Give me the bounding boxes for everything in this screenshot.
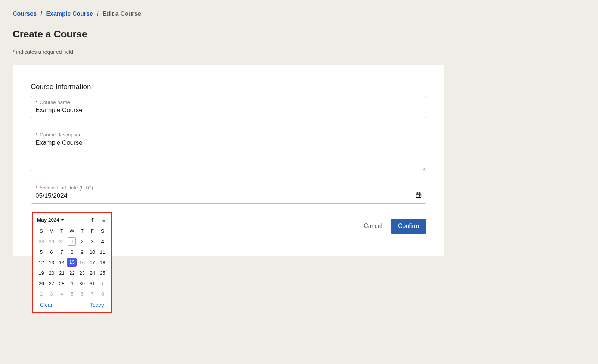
datepicker-day[interactable]: 12 — [36, 257, 46, 266]
datepicker-weekday-header: F — [87, 226, 97, 236]
access-end-date-input[interactable]: 05/15/2024 — [36, 191, 67, 200]
course-name-input[interactable] — [36, 105, 422, 114]
required-field-note: * indicates a required field — [13, 49, 585, 55]
datepicker-weekday-header: T — [57, 226, 67, 236]
textarea-resize-handle[interactable] — [422, 166, 425, 170]
datepicker-day[interactable]: 10 — [87, 247, 97, 257]
datepicker-day[interactable]: 8 — [67, 247, 77, 257]
datepicker-day[interactable]: 6 — [46, 247, 56, 257]
datepicker-day[interactable]: 5 — [36, 247, 46, 257]
access-end-date-label: * Access End Date (UTC) — [36, 185, 422, 191]
datepicker-day[interactable]: 14 — [57, 257, 67, 266]
datepicker-day[interactable]: 4 — [98, 236, 108, 247]
datepicker-day[interactable]: 16 — [77, 257, 87, 266]
course-name-label: * Course name — [36, 99, 422, 105]
access-end-date-field[interactable]: * Access End Date (UTC) 05/15/2024 — [31, 182, 426, 204]
datepicker-weekday-header: S — [98, 226, 108, 236]
datepicker-day[interactable]: 2 — [77, 236, 87, 247]
datepicker-month-selector[interactable]: May 2024 — [37, 217, 64, 223]
datepicker-month-label: May 2024 — [37, 217, 59, 223]
datepicker-next-month-button[interactable] — [101, 217, 107, 223]
datepicker-day[interactable]: 29 — [46, 236, 56, 247]
breadcrumb-separator: / — [97, 10, 98, 17]
datepicker-day[interactable]: 15 — [67, 257, 77, 266]
datepicker-day[interactable]: 18 — [98, 257, 108, 266]
cancel-button[interactable]: Cancel — [364, 223, 382, 229]
confirm-button[interactable]: Confirm — [391, 219, 426, 234]
svg-rect-0 — [416, 193, 421, 198]
breadcrumb: Courses / Example Course / Edit a Course — [13, 10, 585, 17]
course-description-input[interactable] — [36, 138, 422, 167]
datepicker-prev-month-button[interactable] — [90, 217, 96, 223]
datepicker-grid: SMTWTFS 28293012345678910111213141516171… — [36, 226, 108, 266]
datepicker-weekday-header: S — [36, 226, 46, 236]
datepicker-day[interactable]: 7 — [57, 247, 67, 257]
datepicker-day[interactable]: 28 — [36, 236, 46, 247]
datepicker-day[interactable]: 11 — [98, 247, 108, 257]
breadcrumb-link-example-course[interactable]: Example Course — [46, 10, 93, 17]
arrow-down-icon — [101, 217, 107, 223]
course-description-label: * Course description — [36, 132, 422, 138]
course-description-field[interactable]: * Course description — [31, 129, 426, 171]
datepicker-popup: May 2024 SMTWTFS 28293012345678910111213… — [32, 212, 112, 266]
page-title: Create a Course — [13, 28, 585, 40]
arrow-up-icon — [90, 217, 96, 223]
datepicker-day[interactable]: 17 — [87, 257, 97, 266]
datepicker-day[interactable]: 9 — [77, 247, 87, 257]
datepicker-day[interactable]: 1 — [67, 236, 77, 247]
course-name-field[interactable]: * Course name — [31, 96, 426, 118]
datepicker-weekday-header: W — [67, 226, 77, 236]
datepicker-day[interactable]: 13 — [46, 257, 56, 266]
datepicker-day[interactable]: 30 — [57, 236, 67, 247]
chevron-down-icon — [61, 219, 64, 221]
datepicker-weekday-header: M — [46, 226, 56, 236]
svg-rect-4 — [419, 195, 420, 197]
calendar-icon[interactable] — [416, 192, 422, 198]
datepicker-day[interactable]: 3 — [87, 236, 97, 247]
section-heading: Course Information — [31, 83, 426, 91]
datepicker-weekday-header: T — [77, 226, 87, 236]
breadcrumb-separator: / — [40, 10, 42, 17]
breadcrumb-current: Edit a Course — [102, 10, 141, 17]
breadcrumb-link-courses[interactable]: Courses — [13, 10, 37, 17]
